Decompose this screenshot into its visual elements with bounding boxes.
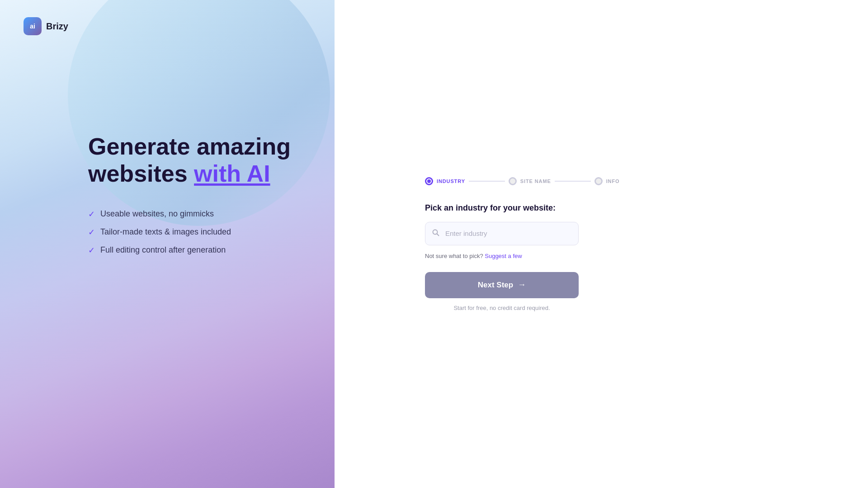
- suggest-text: Not sure what to pick? Suggest a few: [425, 253, 579, 259]
- step-divider-2: [555, 181, 591, 182]
- list-item: ✓ Tailor-made texts & images included: [88, 227, 291, 237]
- feature-text: Tailor-made texts & images included: [100, 227, 231, 237]
- list-item: ✓ Full editing control after generation: [88, 245, 291, 255]
- form-title: Pick an industry for your website:: [425, 203, 579, 213]
- check-icon: ✓: [88, 227, 95, 237]
- form-container: Pick an industry for your website: Not s…: [425, 203, 579, 311]
- logo: ai Brizy: [24, 17, 68, 35]
- step-label-info: INFO: [606, 178, 620, 184]
- search-input-wrapper: [425, 222, 579, 245]
- free-text: Start for free, no credit card required.: [425, 305, 579, 311]
- step-sitename: SITE NAME: [509, 177, 551, 185]
- step-industry: INDUSTRY: [425, 177, 465, 185]
- step-label-industry: INDUSTRY: [437, 178, 465, 184]
- logo-icon: ai: [24, 17, 42, 35]
- step-dot-info: [594, 177, 603, 185]
- feature-text: Full editing control after generation: [100, 245, 226, 255]
- logo-text: Brizy: [46, 21, 68, 32]
- step-divider-1: [469, 181, 505, 182]
- list-item: ✓ Useable websites, no gimmicks: [88, 209, 291, 219]
- industry-search-input[interactable]: [425, 222, 579, 245]
- check-icon: ✓: [88, 245, 95, 255]
- hero-content: Generate amazing websites with AI ✓ Usea…: [88, 133, 291, 255]
- headline-line1: Generate amazing: [88, 133, 291, 160]
- arrow-icon: →: [518, 280, 526, 290]
- suggest-link[interactable]: Suggest a few: [485, 253, 522, 259]
- step-label-sitename: SITE NAME: [520, 178, 551, 184]
- features-list: ✓ Useable websites, no gimmicks ✓ Tailor…: [88, 209, 291, 255]
- step-indicator: INDUSTRY SITE NAME INFO: [425, 177, 619, 185]
- step-dot-sitename: [509, 177, 517, 185]
- headline-highlight: with AI: [194, 160, 270, 187]
- search-icon: [432, 229, 439, 238]
- check-icon: ✓: [88, 209, 95, 219]
- step-info: INFO: [594, 177, 620, 185]
- headline: Generate amazing websites with AI: [88, 133, 291, 188]
- feature-text: Useable websites, no gimmicks: [100, 209, 214, 219]
- next-step-label: Next Step: [478, 281, 513, 290]
- next-step-button[interactable]: Next Step →: [425, 272, 579, 298]
- svg-line-1: [437, 234, 439, 235]
- headline-line2-plain: websites: [88, 160, 194, 187]
- right-panel: INDUSTRY SITE NAME INFO Pick an industry…: [335, 0, 868, 488]
- step-dot-industry: [425, 177, 433, 185]
